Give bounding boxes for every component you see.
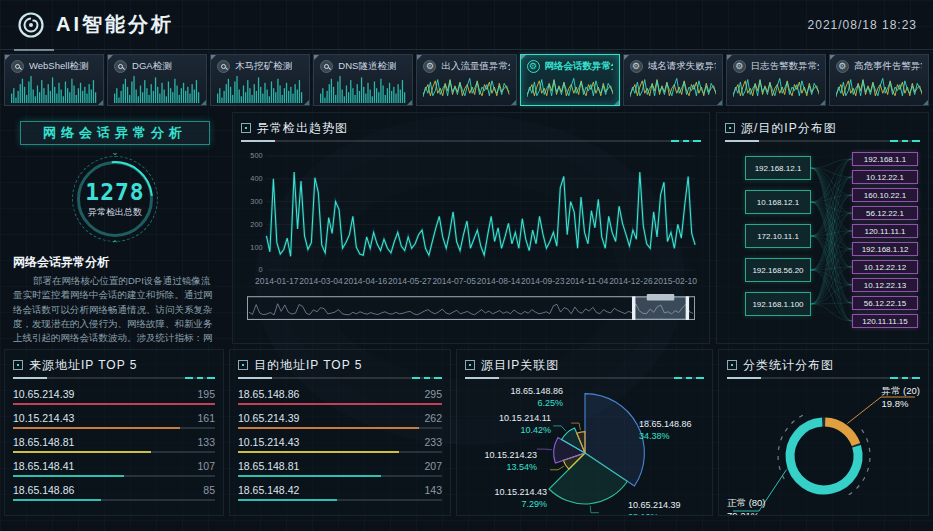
row-value: 207 bbox=[424, 460, 442, 472]
trend-line-chart: 0100200300400500 bbox=[241, 148, 701, 276]
row-ip: 18.65.148.42 bbox=[238, 484, 299, 496]
panel-bullet-icon bbox=[727, 360, 737, 370]
flow-target-ip[interactable]: 10.12.22.12 bbox=[852, 260, 918, 274]
row-bar bbox=[238, 499, 337, 501]
svg-text:100: 100 bbox=[250, 243, 262, 252]
left-panel-title: 网络会话异常分析 bbox=[20, 121, 210, 145]
flow-target-ip[interactable]: 10.12.22.1 bbox=[852, 170, 918, 184]
relation-title: 源目IP关联图 bbox=[481, 357, 559, 374]
magnifier-icon bbox=[217, 60, 230, 73]
flow-source-ip[interactable]: 192.168.1.100 bbox=[745, 292, 811, 316]
trend-x-axis: 2014-01-17 2014-03-04 2014-04-16 2014-05… bbox=[241, 276, 701, 288]
category-stats-panel: 分类统计分布图 异常 (20)19.8% 正常 (80)79.21% bbox=[718, 349, 929, 516]
description-body: 部署在网络核心位置的DPI设备通过镜像流量实时监控着网络中会话的建立和拆除。通过… bbox=[13, 274, 217, 344]
ip-distribution-panel: 源/目的IP分布图 192.168.12.1 10.168.12.1 172.1… bbox=[716, 112, 929, 344]
table-row: 10.65.214.39262 bbox=[238, 412, 442, 429]
tab-webshell[interactable]: WebShell检测 bbox=[4, 54, 104, 106]
x-tick: 2014-12-26 bbox=[609, 276, 652, 288]
card-sparkline bbox=[836, 74, 922, 103]
header-datetime: 2021/08/18 18:23 bbox=[808, 18, 917, 32]
detector-tabs: WebShell检测 DGA检测 木马挖矿检测 DNS隧道检测 ⚙出入流量值异常… bbox=[0, 50, 933, 106]
row-value: 143 bbox=[424, 484, 442, 496]
row-ip: 18.65.148.86 bbox=[238, 388, 299, 400]
flow-target-ip[interactable]: 10.12.22.13 bbox=[852, 278, 918, 292]
magnifier-icon bbox=[11, 60, 24, 73]
flow-source-ip[interactable]: 192.168.56.20 bbox=[745, 258, 811, 282]
table-row: 18.65.148.41107 bbox=[13, 460, 215, 477]
row-ip: 18.65.148.81 bbox=[238, 460, 299, 472]
left-panel-title-text: 网络会话异常分析 bbox=[43, 124, 187, 142]
row-ip: 10.65.214.39 bbox=[238, 412, 299, 424]
tab-trojan-mining[interactable]: 木马挖矿检测 bbox=[210, 54, 310, 106]
svg-text:200: 200 bbox=[250, 220, 262, 229]
row-ip: 10.65.214.39 bbox=[13, 388, 74, 400]
flow-source-ip[interactable]: 192.168.12.1 bbox=[745, 156, 811, 180]
svg-text:500: 500 bbox=[250, 151, 262, 160]
slice-label: 10.15.214.437.29% bbox=[479, 486, 547, 510]
row-value: 133 bbox=[197, 436, 215, 448]
tab-highrisk-alert-anomaly[interactable]: ⚙高危事件告警异常分析 bbox=[829, 54, 929, 106]
tab-log-alert-anomaly[interactable]: ⚙日志告警数异常分析 bbox=[726, 54, 826, 106]
flow-target-ip[interactable]: 56.12.22.1 bbox=[852, 206, 918, 220]
x-tick: 2014-07-05 bbox=[432, 276, 475, 288]
panel-bullet-icon bbox=[13, 360, 23, 370]
magnifier-icon bbox=[320, 60, 333, 73]
x-tick: 2014-09-23 bbox=[521, 276, 564, 288]
card-sparkline bbox=[630, 74, 716, 103]
ip-relation-panel: 源目IP关联图 18.65.148.866.25% 10.15.214.1110… bbox=[456, 349, 713, 516]
row-value: 195 bbox=[197, 388, 215, 400]
source-top5-title: 来源地址IP TOP 5 bbox=[29, 357, 137, 374]
flow-target-ip[interactable]: 192.168.1.12 bbox=[852, 242, 918, 256]
flow-source-ip[interactable]: 172.10.11.1 bbox=[745, 224, 811, 248]
tab-dga[interactable]: DGA检测 bbox=[107, 54, 207, 106]
slice-label: 18.65.148.866.25% bbox=[495, 385, 563, 409]
flow-source-ip[interactable]: 10.168.12.1 bbox=[745, 190, 811, 214]
card-sparkline bbox=[320, 74, 406, 103]
row-value: 295 bbox=[424, 388, 442, 400]
row-ip: 18.65.148.81 bbox=[13, 436, 74, 448]
slice-label: 异常 (20)19.8% bbox=[881, 385, 920, 411]
flow-target-ip[interactable]: 56.12.22.15 bbox=[852, 296, 918, 310]
row-bar bbox=[13, 475, 124, 477]
panel-bullet-icon bbox=[465, 360, 475, 370]
card-sparkline bbox=[217, 74, 303, 103]
card-sparkline bbox=[11, 74, 97, 103]
x-tick: 2014-03-04 bbox=[299, 276, 342, 288]
tab-traffic-anomaly[interactable]: ⚙出入流量值异常分析 bbox=[416, 54, 516, 106]
row-ip: 18.65.148.86 bbox=[13, 484, 74, 496]
table-row: 18.65.148.42143 bbox=[238, 484, 442, 501]
gear-icon: ⚙ bbox=[423, 60, 436, 73]
tab-session-anomaly[interactable]: ⚙网络会话数异常分析 bbox=[520, 54, 620, 106]
dashboard: AI智能分析 2021/08/18 18:23 WebShell检测 DGA检测… bbox=[0, 0, 933, 531]
trend-panel-title: 异常检出趋势图 bbox=[257, 120, 348, 137]
x-tick: 2014-04-16 bbox=[344, 276, 387, 288]
flow-target-ip[interactable]: 160.10.22.1 bbox=[852, 188, 918, 202]
row-bar bbox=[238, 427, 419, 429]
category-title: 分类统计分布图 bbox=[743, 357, 834, 374]
row-ip: 18.65.148.41 bbox=[13, 460, 74, 472]
trend-chart-panel: 异常检出趋势图 0100200300400500 2014-01-17 2014… bbox=[232, 112, 710, 344]
panel-separator bbox=[241, 140, 701, 142]
row-bar bbox=[238, 451, 399, 453]
gear-icon: ⚙ bbox=[836, 60, 849, 73]
app-logo-icon bbox=[16, 10, 46, 40]
flow-target-ip[interactable]: 192.168.1.1 bbox=[852, 152, 918, 166]
card-sparkline bbox=[527, 74, 613, 103]
anomaly-total-gauge: 1278 异常检出总数 bbox=[77, 161, 153, 237]
trend-range-slider[interactable] bbox=[247, 294, 695, 320]
flow-target-ip[interactable]: 120.11.11.15 bbox=[852, 314, 918, 328]
slice-label: 10.15.214.2313.54% bbox=[469, 449, 537, 473]
row-value: 107 bbox=[197, 460, 215, 472]
panel-separator bbox=[238, 377, 442, 379]
table-row: 10.15.214.43233 bbox=[238, 436, 442, 453]
main-row: 网络会话异常分析 ⌄ 1278 异常检出总数 ⌃ 网络会话异常分析 部署在网络核… bbox=[0, 106, 933, 344]
row-ip: 10.15.214.43 bbox=[13, 412, 74, 424]
gear-icon: ⚙ bbox=[733, 60, 746, 73]
slice-label: 10.65.214.3928.12% bbox=[628, 499, 696, 516]
source-ip-column: 192.168.12.1 10.168.12.1 172.10.11.1 192… bbox=[745, 156, 811, 316]
flow-target-ip[interactable]: 120.11.11.1 bbox=[852, 224, 918, 238]
tab-dns-tunnel[interactable]: DNS隧道检测 bbox=[313, 54, 413, 106]
row-value: 262 bbox=[424, 412, 442, 424]
tab-domain-fail-anomaly[interactable]: ⚙域名请求失败异常分析 bbox=[623, 54, 723, 106]
row-bar bbox=[13, 451, 151, 453]
